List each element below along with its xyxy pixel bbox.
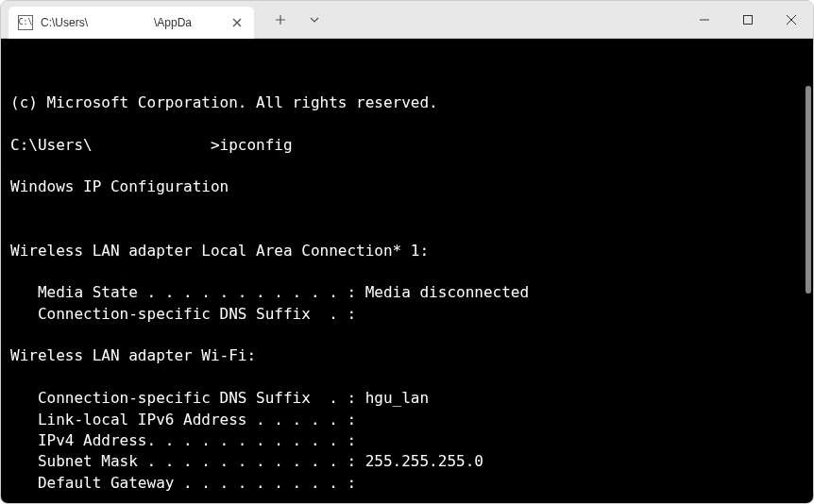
scrollbar-thumb[interactable] — [806, 86, 811, 294]
maximize-button[interactable] — [726, 1, 770, 39]
close-icon — [232, 18, 242, 27]
new-tab-button[interactable] — [265, 5, 296, 35]
terminal-content[interactable]: (c) Microsoft Corporation. All rights re… — [1, 39, 813, 503]
minimize-button[interactable] — [683, 1, 726, 39]
titlebar: C:\ C:\Users\\AppDa — [1, 1, 813, 39]
tab-title: C:\Users\\AppDa — [41, 16, 222, 29]
window-controls — [683, 1, 813, 39]
minimize-icon — [699, 14, 710, 25]
svg-rect-5 — [744, 16, 753, 25]
tab[interactable]: C:\ C:\Users\\AppDa — [8, 7, 254, 39]
tab-actions — [265, 5, 330, 35]
tab-dropdown-button[interactable] — [299, 5, 330, 35]
terminal-icon: C:\ — [18, 15, 33, 30]
close-icon — [786, 14, 797, 25]
close-button[interactable] — [770, 1, 813, 39]
plus-icon — [275, 14, 286, 25]
chevron-down-icon — [309, 16, 320, 24]
maximize-icon — [742, 14, 754, 25]
terminal-output: (c) Microsoft Corporation. All rights re… — [10, 92, 804, 494]
tab-close-button[interactable] — [229, 15, 245, 30]
